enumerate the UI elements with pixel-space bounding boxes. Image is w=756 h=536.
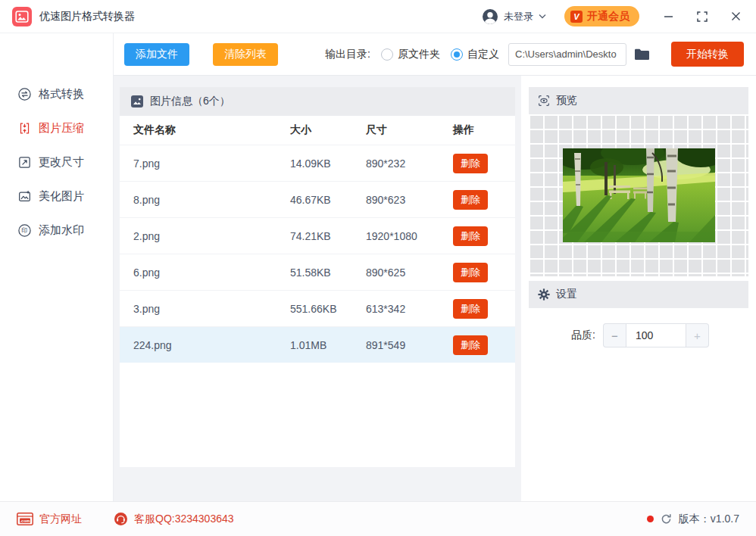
cell-filename: 3.png xyxy=(133,303,290,315)
sidebar-item-label: 格式转换 xyxy=(39,87,84,101)
table-row[interactable]: 3.png 551.66KB 613*342 删除 xyxy=(120,290,515,326)
app-logo-icon xyxy=(12,7,32,26)
maximize-button[interactable] xyxy=(695,10,709,23)
official-website-link[interactable]: .com 官方网址 xyxy=(17,513,82,526)
radio-original-circle xyxy=(381,48,393,61)
cell-size: 14.09KB xyxy=(290,157,366,170)
cell-dimensions: 891*549 xyxy=(366,339,453,351)
sidebar-item-resize[interactable]: 更改尺寸 xyxy=(0,145,113,179)
table-header-row: 文件名称 大小 尺寸 操作 xyxy=(120,116,515,145)
login-status: 未登录 xyxy=(504,10,533,23)
table-row[interactable]: 2.png 74.21KB 1920*1080 删除 xyxy=(120,217,515,254)
cell-filename: 2.png xyxy=(133,230,290,242)
quality-control: 品质: − + xyxy=(529,323,748,347)
delete-button[interactable]: 删除 xyxy=(453,190,488,210)
cell-action: 删除 xyxy=(453,154,515,173)
cell-action: 删除 xyxy=(453,299,515,319)
website-icon: .com xyxy=(17,513,33,525)
file-table-body: 7.png 14.09KB 890*232 删除 8.png 46.67KB 8… xyxy=(120,145,515,363)
cell-filename: 6.png xyxy=(133,266,290,279)
cell-dimensions: 613*342 xyxy=(366,303,453,315)
preview-eye-icon xyxy=(538,95,550,107)
sidebar-item-compress[interactable]: 图片压缩 xyxy=(0,111,113,145)
customer-service-label: 客服QQ:3234303643 xyxy=(134,513,234,526)
quality-increase-button[interactable]: + xyxy=(686,323,709,347)
folder-icon xyxy=(634,48,650,61)
quality-input[interactable] xyxy=(626,323,686,347)
quality-stepper: − + xyxy=(603,323,709,347)
customer-service-link[interactable]: 客服QQ:3234303643 xyxy=(114,512,234,526)
footer: .com 官方网址 客服QQ:3234303643 版本：v1.0.7 xyxy=(0,501,756,536)
output-path-input[interactable] xyxy=(508,43,626,66)
cell-size: 51.58KB xyxy=(290,266,366,279)
file-list-title: 图片信息（6个） xyxy=(150,95,230,108)
svg-text:.com: .com xyxy=(20,519,30,523)
radio-original-folder[interactable]: 原文件夹 xyxy=(381,48,440,61)
col-size: 大小 xyxy=(290,123,366,137)
resize-icon xyxy=(17,155,32,170)
refresh-icon[interactable] xyxy=(661,513,672,525)
sidebar-item-convert[interactable]: 格式转换 xyxy=(0,77,113,111)
sidebar-item-label: 美化图片 xyxy=(39,189,84,204)
quality-decrease-button[interactable]: − xyxy=(603,323,626,347)
delete-button[interactable]: 删除 xyxy=(453,335,488,355)
preview-image xyxy=(563,148,715,242)
table-row[interactable]: 7.png 14.09KB 890*232 删除 xyxy=(120,145,515,181)
table-row[interactable]: 8.png 46.67KB 890*623 删除 xyxy=(120,181,515,217)
close-button[interactable] xyxy=(729,10,742,23)
official-website-label: 官方网址 xyxy=(39,513,82,526)
col-filename: 文件名称 xyxy=(133,123,290,137)
preview-title: 预览 xyxy=(556,94,577,108)
convert-icon xyxy=(17,87,32,101)
delete-button[interactable]: 删除 xyxy=(453,299,488,319)
cell-filename: 224.png xyxy=(133,339,290,351)
main-area: 图片信息（6个） 文件名称 大小 尺寸 操作 7.png 14.09KB 890… xyxy=(114,76,521,501)
sidebar-item-label: 添加水印 xyxy=(39,223,84,238)
vip-button[interactable]: V 开通会员 xyxy=(564,6,639,26)
maximize-icon xyxy=(697,11,708,22)
cell-dimensions: 1920*1080 xyxy=(366,230,453,242)
delete-button[interactable]: 删除 xyxy=(453,154,488,173)
sidebar-item-beautify[interactable]: 美化图片 xyxy=(0,179,113,213)
col-action: 操作 xyxy=(453,123,515,137)
svg-text:印: 印 xyxy=(21,227,27,234)
cell-size: 551.66KB xyxy=(290,303,366,315)
gear-icon xyxy=(538,288,550,301)
delete-button[interactable]: 删除 xyxy=(453,263,488,282)
output-dir-label: 输出目录: xyxy=(325,48,370,61)
browse-folder-button[interactable] xyxy=(634,48,650,61)
right-panel: 预览 xyxy=(521,76,756,501)
cell-dimensions: 890*232 xyxy=(366,157,453,170)
preview-canvas xyxy=(529,114,748,276)
cell-action: 删除 xyxy=(453,335,515,355)
toolbar: 添加文件 清除列表 输出目录: 原文件夹 自定义 xyxy=(114,33,756,76)
cell-action: 删除 xyxy=(453,226,515,246)
app-title: 优速图片格式转换器 xyxy=(39,10,135,23)
table-row[interactable]: 224.png 1.01MB 891*549 删除 xyxy=(120,326,515,363)
add-files-button[interactable]: 添加文件 xyxy=(124,43,189,66)
clear-list-button[interactable]: 清除列表 xyxy=(213,43,278,66)
radio-custom-circle xyxy=(451,48,463,61)
radio-custom-folder[interactable]: 自定义 xyxy=(451,48,499,61)
cell-size: 74.21KB xyxy=(290,230,366,242)
minimize-button[interactable] xyxy=(662,10,675,23)
beautify-icon xyxy=(17,189,32,204)
table-row[interactable]: 6.png 51.58KB 890*625 删除 xyxy=(120,254,515,290)
sidebar-item-label: 图片压缩 xyxy=(39,121,84,136)
app-window: 优速图片格式转换器 未登录 V 开通会员 xyxy=(0,0,756,536)
sidebar-item-watermark[interactable]: 印 添加水印 xyxy=(0,213,113,248)
login-dropdown[interactable]: 未登录 xyxy=(482,8,546,25)
delete-button[interactable]: 删除 xyxy=(453,226,488,246)
cell-dimensions: 890*625 xyxy=(366,266,453,279)
user-avatar-icon xyxy=(482,8,498,25)
settings-header: 设置 xyxy=(529,281,748,308)
start-convert-button[interactable]: 开始转换 xyxy=(671,42,744,67)
quality-label: 品质: xyxy=(571,329,595,342)
version-label: 版本：v1.0.7 xyxy=(679,513,739,526)
vip-icon: V xyxy=(570,11,583,23)
chevron-down-icon xyxy=(539,14,546,19)
minimize-icon xyxy=(664,11,673,21)
headset-icon xyxy=(114,512,128,526)
image-info-icon xyxy=(131,95,143,108)
preview-header: 预览 xyxy=(529,87,748,114)
